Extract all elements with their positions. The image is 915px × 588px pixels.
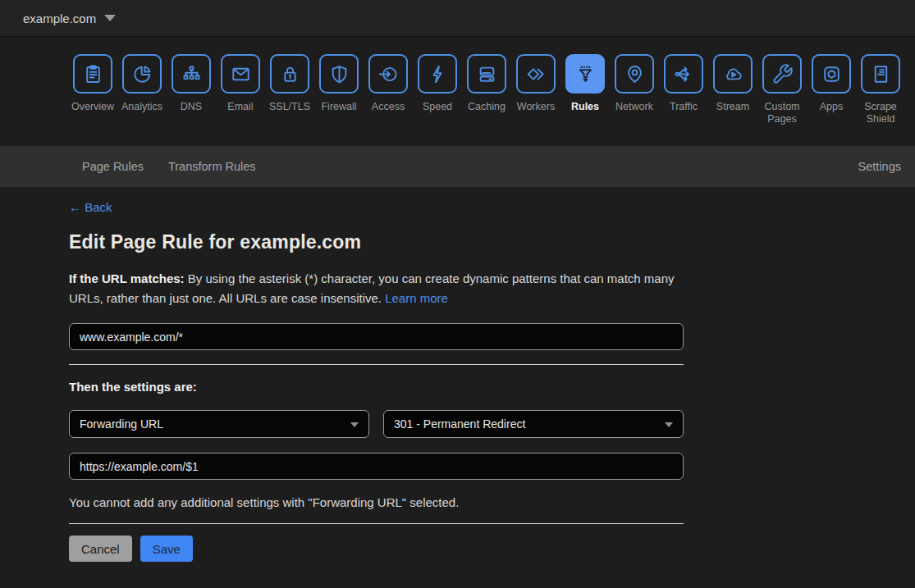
page-title: Edit Page Rule for example.com xyxy=(69,231,684,253)
nav-item-custom-pages[interactable]: Custom Pages xyxy=(762,54,802,125)
subnav-item-settings[interactable]: Settings xyxy=(858,160,901,173)
nav-item-traffic[interactable]: Traffic xyxy=(664,54,703,113)
save-button[interactable]: Save xyxy=(140,536,193,562)
nav-tile-stream xyxy=(713,54,753,93)
chevron-down-icon xyxy=(665,422,673,427)
code-brackets-icon xyxy=(525,63,547,85)
url-match-bold-label: If the URL matches: xyxy=(69,271,185,285)
nav-item-ssl-tls[interactable]: SSL/TLS xyxy=(270,54,309,113)
redirect-status-select[interactable]: 301 - Permanent Redirect xyxy=(383,410,684,438)
settings-row: Forwarding URL 301 - Permanent Redirect xyxy=(69,410,684,438)
nav-item-network[interactable]: Network xyxy=(615,54,654,113)
nav-item-caching[interactable]: Caching xyxy=(467,54,506,113)
chevron-down-icon[interactable] xyxy=(104,15,116,21)
form-actions: Cancel Save xyxy=(69,536,684,562)
nav-tile-caching xyxy=(467,54,506,93)
nav-item-workers[interactable]: Workers xyxy=(516,54,556,113)
url-match-input[interactable] xyxy=(69,323,684,350)
nav-item-stream[interactable]: Stream xyxy=(713,54,753,113)
divider xyxy=(69,364,684,365)
nav-tile-workers xyxy=(516,54,556,93)
nav-item-firewall[interactable]: Firewall xyxy=(319,54,359,113)
nav-tile-overview xyxy=(73,54,112,93)
nav-tile-rules xyxy=(565,54,605,93)
nav-tile-custom-pages xyxy=(762,54,802,93)
back-arrow-icon: ← xyxy=(69,200,81,214)
subnav-item-page-rules[interactable]: Page Rules xyxy=(82,160,144,173)
clipboard-icon xyxy=(82,63,104,85)
funnel-icon xyxy=(574,63,597,85)
nav-item-access[interactable]: Access xyxy=(368,54,408,113)
icon-nav: OverviewAnalyticsDNSEmailSSL/TLSFirewall… xyxy=(0,37,915,146)
nav-tile-speed xyxy=(418,54,457,93)
document-icon xyxy=(870,63,892,85)
nav-tile-traffic xyxy=(664,54,703,93)
subnav: Page Rules Transform Rules Settings xyxy=(0,146,915,187)
nav-tile-analytics xyxy=(122,54,162,93)
nav-tile-scrape-shield xyxy=(861,54,900,93)
cancel-button[interactable]: Cancel xyxy=(69,536,132,562)
server-stack-icon xyxy=(476,63,498,85)
nav-item-dns[interactable]: DNS xyxy=(172,54,211,113)
destination-url-input[interactable] xyxy=(69,453,684,480)
nav-item-scrape-shield[interactable]: Scrape Shield xyxy=(861,54,900,125)
branch-arrows-icon xyxy=(673,63,695,85)
nav-item-label: Scrape Shield xyxy=(851,101,910,125)
forwarding-note: You cannot add any additional settings w… xyxy=(69,495,684,509)
main-content: ← Back Edit Page Rule for example.com If… xyxy=(0,187,915,562)
nav-item-email[interactable]: Email xyxy=(221,54,260,113)
settings-heading: Then the settings are: xyxy=(69,380,684,394)
setting-type-value: Forwarding URL xyxy=(80,417,163,431)
cloud-play-icon xyxy=(722,63,744,85)
shield-icon xyxy=(328,63,350,85)
chevron-down-icon xyxy=(350,422,359,427)
login-arrow-icon xyxy=(377,63,400,85)
nav-tile-access xyxy=(368,54,408,93)
learn-more-link[interactable]: Learn more xyxy=(385,291,448,305)
location-pin-icon xyxy=(624,63,646,85)
nav-tile-firewall xyxy=(319,54,359,93)
nav-item-overview[interactable]: Overview xyxy=(73,54,112,113)
back-link-label: Back xyxy=(85,200,112,214)
url-match-description: If the URL matches: By using the asteris… xyxy=(69,269,684,308)
padlock-icon xyxy=(279,63,301,85)
back-link[interactable]: ← Back xyxy=(69,200,112,214)
nav-tile-apps xyxy=(812,54,851,93)
lightning-icon xyxy=(427,63,449,85)
nav-item-rules[interactable]: Rules xyxy=(565,54,605,113)
envelope-icon xyxy=(230,63,252,85)
nav-item-speed[interactable]: Speed xyxy=(418,54,457,113)
topbar: example.com xyxy=(0,0,915,37)
subnav-item-transform-rules[interactable]: Transform Rules xyxy=(168,160,256,173)
nav-tile-dns xyxy=(172,54,211,93)
nav-item-analytics[interactable]: Analytics xyxy=(122,54,162,113)
setting-type-select[interactable]: Forwarding URL xyxy=(69,410,369,438)
redirect-status-value: 301 - Permanent Redirect xyxy=(394,417,525,431)
network-tree-icon xyxy=(181,63,203,85)
wrench-icon xyxy=(771,63,794,85)
nav-tile-ssl-tls xyxy=(270,54,309,93)
app-box-icon xyxy=(821,63,843,85)
pie-chart-icon xyxy=(131,63,153,85)
nav-item-apps[interactable]: Apps xyxy=(812,54,851,113)
nav-tile-email xyxy=(221,54,260,93)
site-switcher[interactable]: example.com xyxy=(23,11,96,25)
nav-tile-network xyxy=(615,54,654,93)
divider xyxy=(69,523,684,524)
